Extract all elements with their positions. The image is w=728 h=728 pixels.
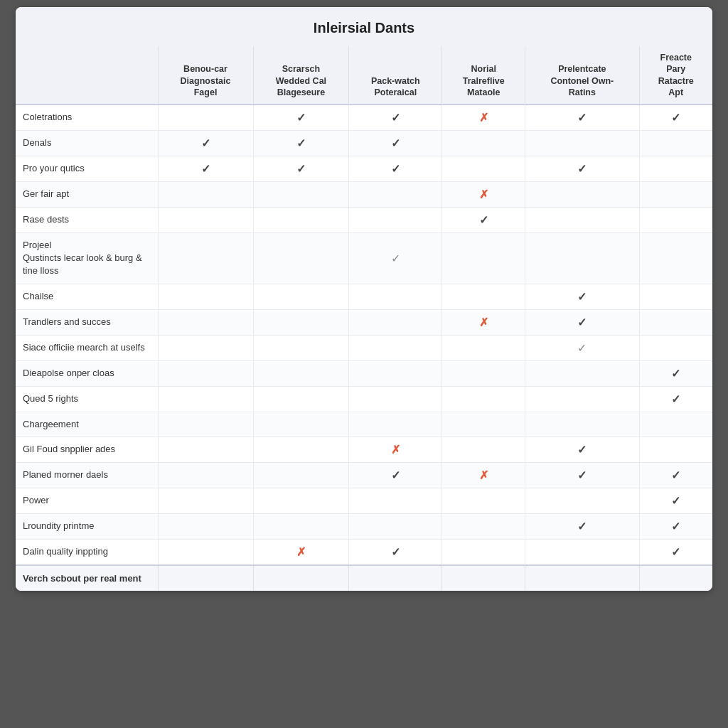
cell-12-col3: ✗ <box>349 437 442 462</box>
row-label: Coletrations <box>16 105 158 131</box>
row-label: Gil Foud snpplier ades <box>16 437 158 462</box>
cross-icon: ✗ <box>479 469 488 481</box>
cell-2-col6 <box>639 156 712 182</box>
check-icon: ✓ <box>577 520 587 532</box>
table-row: Dalin quality inppting✗✓✓ <box>16 539 712 565</box>
cell-14-col2 <box>253 488 349 513</box>
cell-12-col4 <box>442 437 525 462</box>
cell-8-col1 <box>158 335 253 360</box>
table-row: Pro your qutics✓✓✓✓ <box>16 156 712 182</box>
header-col4: NorialTralrefliveMataole <box>442 46 525 105</box>
check-icon: ✓ <box>391 163 400 175</box>
cell-11-col3 <box>349 412 442 437</box>
cell-14-col4 <box>442 488 525 513</box>
cell-0-col1 <box>158 105 253 131</box>
cell-15-col2 <box>253 513 349 539</box>
cell-11-col2 <box>253 412 349 437</box>
cell-7-col4: ✗ <box>442 309 525 335</box>
check-icon: ✓ <box>577 112 587 124</box>
table-row: Chargeement <box>16 412 712 437</box>
header-col1: Benou-carDiagnostaicFagel <box>158 46 253 105</box>
cell-6-col6 <box>639 284 712 309</box>
cell-14-col6: ✓ <box>639 488 712 513</box>
cell-8-col6 <box>639 335 712 360</box>
cell-1-col2: ✓ <box>253 131 349 156</box>
check-icon: ✓ <box>577 316 587 328</box>
cell-11-col1 <box>158 412 253 437</box>
cell-4-col1 <box>158 208 253 233</box>
cell-9-col5 <box>525 360 639 386</box>
check-icon: ✓ <box>391 137 400 149</box>
cell-14-col3 <box>349 488 442 513</box>
check-icon: ✓ <box>577 291 587 303</box>
check-light-icon: ✓ <box>391 252 400 264</box>
cell-9-col6: ✓ <box>639 360 712 386</box>
header-col2: ScrarschWedded CalBlageseure <box>253 46 349 105</box>
cross-icon: ✗ <box>479 316 488 328</box>
footer-col4 <box>442 565 525 591</box>
cell-3-col6 <box>639 182 712 208</box>
table-row: Rase dests✓ <box>16 208 712 233</box>
row-label: Chailse <box>16 284 158 309</box>
check-icon: ✓ <box>201 163 210 175</box>
cell-5-col3: ✓ <box>349 233 442 284</box>
check-icon: ✓ <box>671 368 680 380</box>
cell-5-col6 <box>639 233 712 284</box>
row-label: Dieapolse onper cloas <box>16 360 158 386</box>
cell-13-col2 <box>253 462 349 488</box>
footer-row: Verch scbout per real ment <box>16 565 712 591</box>
table-title: Inleirsial Dants <box>16 7 712 46</box>
cell-15-col3 <box>349 513 442 539</box>
check-icon: ✓ <box>671 393 680 405</box>
cell-10-col4 <box>442 386 525 412</box>
row-label: Siace officiie mearch at uselfs <box>16 335 158 360</box>
footer-col1 <box>158 565 253 591</box>
cell-11-col5 <box>525 412 639 437</box>
check-icon: ✓ <box>296 137 306 149</box>
cell-3-col1 <box>158 182 253 208</box>
table-row: ProjeelQustincts lecar look & burg &tine… <box>16 233 712 284</box>
cell-3-col4: ✗ <box>442 182 525 208</box>
table-row: Power✓ <box>16 488 712 513</box>
row-label: Planed morner daels <box>16 462 158 488</box>
cell-13-col3: ✓ <box>349 462 442 488</box>
check-icon: ✓ <box>671 546 680 558</box>
cell-6-col1 <box>158 284 253 309</box>
cell-6-col4 <box>442 284 525 309</box>
cell-2-col4 <box>442 156 525 182</box>
cell-10-col5 <box>525 386 639 412</box>
row-label: Lroundity printme <box>16 513 158 539</box>
cell-0-col2: ✓ <box>253 105 349 131</box>
row-label: Dalin quality inppting <box>16 539 158 565</box>
cell-11-col4 <box>442 412 525 437</box>
check-icon: ✓ <box>296 112 306 124</box>
check-light-icon: ✓ <box>577 342 587 354</box>
table-row: Chailse✓ <box>16 284 712 309</box>
cell-2-col5: ✓ <box>525 156 639 182</box>
cell-12-col6 <box>639 437 712 462</box>
cell-6-col5: ✓ <box>525 284 639 309</box>
header-col5: PrelentcateContonel Own-Ratins <box>525 46 639 105</box>
cell-10-col6: ✓ <box>639 386 712 412</box>
cross-icon: ✗ <box>296 546 306 558</box>
table-row: Ger fair apt✗ <box>16 182 712 208</box>
cross-icon: ✗ <box>479 112 488 124</box>
header-col3: Pack-watchPoteraical <box>349 46 442 105</box>
cell-15-col6: ✓ <box>639 513 712 539</box>
row-label: ProjeelQustincts lecar look & burg &tine… <box>16 233 158 284</box>
cell-9-col1 <box>158 360 253 386</box>
cell-16-col5 <box>525 539 639 565</box>
cell-16-col4 <box>442 539 525 565</box>
header-row: Benou-carDiagnostaicFagel ScrarschWedded… <box>16 46 712 105</box>
row-label: Ger fair apt <box>16 182 158 208</box>
cell-4-col2 <box>253 208 349 233</box>
cell-14-col1 <box>158 488 253 513</box>
cell-7-col3 <box>349 309 442 335</box>
cell-8-col4 <box>442 335 525 360</box>
cell-12-col1 <box>158 437 253 462</box>
cell-16-col2: ✗ <box>253 539 349 565</box>
cell-4-col5 <box>525 208 639 233</box>
cell-10-col1 <box>158 386 253 412</box>
check-icon: ✓ <box>391 469 400 481</box>
table-row: Gil Foud snpplier ades✗✓ <box>16 437 712 462</box>
